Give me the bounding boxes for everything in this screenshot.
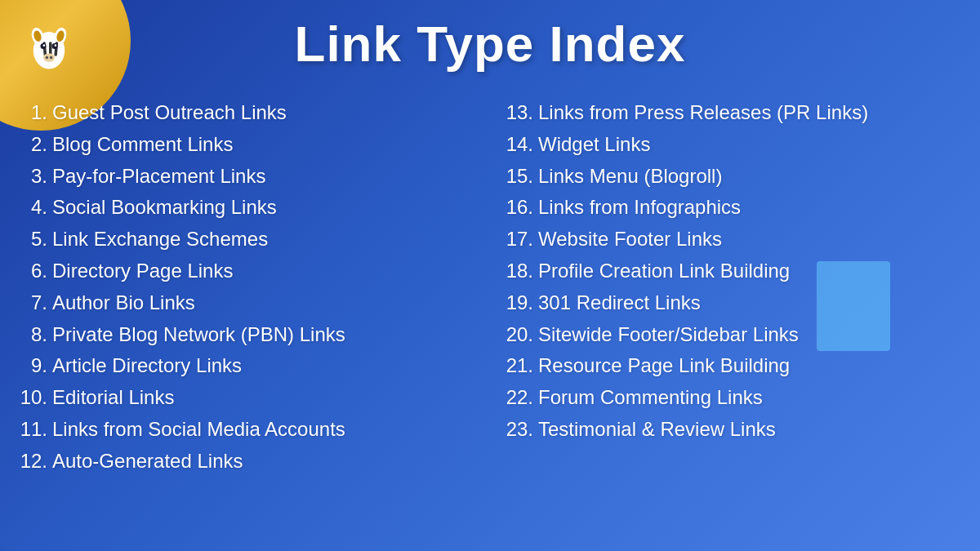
list-item: 22.Forum Commenting Links bbox=[502, 383, 964, 413]
list-item: 1.Guest Post Outreach Links bbox=[16, 98, 478, 128]
list-item: 9.Article Directory Links bbox=[16, 351, 478, 381]
list-item: 17.Website Footer Links bbox=[502, 224, 964, 255]
list-item: 15.Links Menu (Blogroll) bbox=[502, 162, 964, 192]
list-item: 20.Sitewide Footer/Sidebar Links bbox=[502, 320, 964, 350]
list-item: 3.Pay-for-Placement Links bbox=[16, 162, 478, 192]
list-item: 23.Testimonial & Review Links bbox=[502, 415, 964, 445]
list-item: 5.Link Exchange Schemes bbox=[16, 224, 478, 255]
left-column: 1.Guest Post Outreach Links2.Blog Commen… bbox=[16, 98, 478, 535]
list-item: 2.Blog Comment Links bbox=[16, 130, 478, 160]
list-item: 11.Links from Social Media Accounts bbox=[16, 415, 478, 445]
list-item: 7.Author Bio Links bbox=[16, 288, 478, 318]
list-item: 16.Links from Infographics bbox=[502, 193, 964, 223]
list-item: 8.Private Blog Network (PBN) Links bbox=[16, 320, 478, 350]
list-item: 6.Directory Page Links bbox=[16, 256, 478, 287]
page-title: Link Type Index bbox=[0, 15, 980, 73]
list-item: 21.Resource Page Link Building bbox=[502, 351, 964, 381]
right-column: 13.Links from Press Releases (PR Links)1… bbox=[502, 98, 964, 535]
content-area: 1.Guest Post Outreach Links2.Blog Commen… bbox=[16, 98, 964, 535]
list-item: 19.301 Redirect Links bbox=[502, 288, 964, 318]
list-item: 10.Editorial Links bbox=[16, 383, 478, 413]
list-item: 13.Links from Press Releases (PR Links) bbox=[502, 98, 964, 128]
list-item: 12.Auto-Generated Links bbox=[16, 447, 478, 477]
list-item: 4.Social Bookmarking Links bbox=[16, 193, 478, 223]
list-item: 18.Profile Creation Link Building bbox=[502, 256, 964, 287]
list-item: 14.Widget Links bbox=[502, 130, 964, 160]
